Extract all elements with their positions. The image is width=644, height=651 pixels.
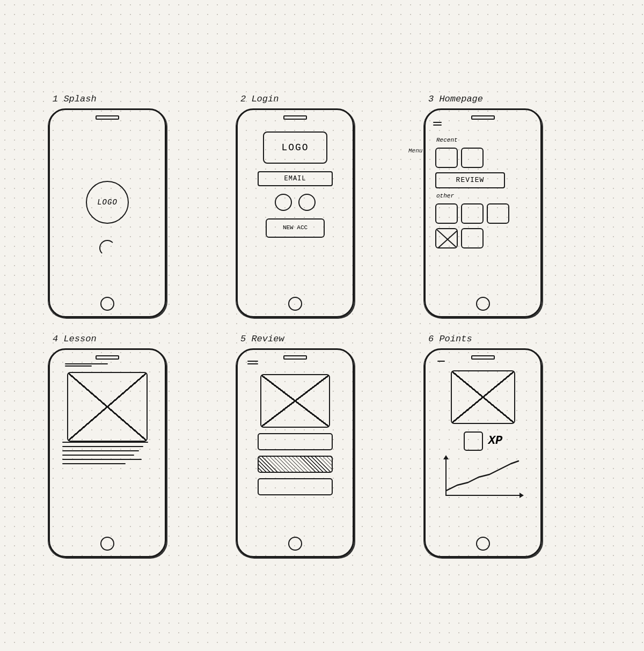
review-header-line-1	[247, 361, 258, 362]
points-header	[437, 361, 445, 362]
other-item-2[interactable]	[461, 203, 484, 224]
chart-x-axis	[445, 495, 521, 496]
text-line-3	[62, 450, 139, 451]
screen-splash: 1 Splash LOGO	[48, 94, 220, 318]
review-content	[247, 369, 343, 495]
lesson-image-placeholder	[67, 372, 148, 442]
menu-label: Menu	[408, 148, 422, 154]
hline-2	[433, 125, 442, 126]
recent-row	[435, 148, 531, 168]
email-field[interactable]: EMAIL	[258, 171, 333, 186]
text-line-6	[62, 463, 126, 464]
xp-icon-box	[464, 431, 483, 451]
other-label: other	[436, 193, 531, 199]
progress-chart	[445, 458, 521, 496]
review-rect-2-hatched[interactable]	[258, 456, 333, 473]
social-icon-1[interactable]	[275, 194, 292, 211]
recent-item-1[interactable]	[435, 148, 458, 168]
loading-arc-icon	[99, 240, 115, 256]
review-header-line-2	[247, 363, 258, 364]
text-line-5	[62, 459, 142, 460]
x-axis-arrow	[519, 493, 524, 498]
other-item-1[interactable]	[435, 203, 458, 224]
lesson-title-line	[65, 363, 108, 364]
review-rect-3[interactable]	[258, 478, 333, 495]
lesson-label: 4 Lesson	[53, 334, 97, 344]
review-button[interactable]: REVIEW	[435, 172, 505, 188]
wireframe-grid: 1 Splash LOGO 2 Login LOGO EMAIL NEW ACC	[27, 72, 617, 579]
splash-phone: LOGO	[48, 108, 166, 318]
screen-points: 6 Points XP	[424, 334, 596, 558]
screen-login: 2 Login LOGO EMAIL NEW ACC	[236, 94, 408, 318]
xp-row: XP	[464, 431, 502, 451]
screen-homepage: 3 Homepage Menu Recent REVIEW other	[424, 94, 596, 318]
social-icon-2[interactable]	[298, 194, 316, 211]
screen-lesson: 4 Lesson	[48, 334, 220, 558]
text-line-4	[62, 455, 134, 456]
hamburger-icon[interactable]	[433, 122, 442, 126]
recent-item-2[interactable]	[461, 148, 484, 168]
homepage-content: Recent REVIEW other	[435, 121, 531, 248]
splash-label: 1 Splash	[53, 94, 97, 104]
homepage-label: 3 Homepage	[428, 94, 483, 104]
other-item-4[interactable]	[435, 228, 458, 248]
lesson-subtitle-line	[65, 365, 92, 367]
lesson-header	[60, 361, 155, 367]
points-label: 6 Points	[428, 334, 472, 344]
svg-line-1	[436, 229, 458, 248]
review-label: 5 Review	[240, 334, 284, 344]
lesson-text-lines	[60, 442, 155, 464]
splash-logo: LOGO	[86, 181, 129, 224]
placeholder-x-icon	[436, 229, 458, 248]
review-phone	[236, 348, 354, 558]
login-content: LOGO EMAIL NEW ACC	[247, 121, 343, 238]
points-content: XP	[435, 365, 531, 496]
text-line-1	[62, 442, 148, 443]
points-header-line	[437, 361, 445, 362]
text-line-2	[62, 446, 143, 447]
other-row-1	[435, 203, 531, 224]
review-rect-1[interactable]	[258, 433, 333, 450]
recent-label: Recent	[436, 137, 531, 143]
social-icons-row	[275, 194, 316, 211]
points-image-placeholder	[451, 370, 515, 424]
other-row-2	[435, 228, 531, 248]
review-header	[247, 361, 343, 364]
lesson-phone	[48, 348, 166, 558]
new-account-button[interactable]: NEW ACC	[266, 218, 325, 238]
other-item-5[interactable]	[461, 228, 484, 248]
splash-content: LOGO	[86, 121, 129, 300]
login-phone: LOGO EMAIL NEW ACC	[236, 108, 354, 318]
other-item-3[interactable]	[487, 203, 509, 224]
points-phone: XP	[424, 348, 542, 558]
homepage-phone: Menu Recent REVIEW other	[424, 108, 542, 318]
svg-line-0	[436, 229, 458, 248]
screen-review: 5 Review	[236, 334, 408, 558]
hline-1	[433, 122, 442, 123]
login-label: 2 Login	[240, 94, 279, 104]
review-image-placeholder	[260, 374, 330, 428]
login-logo: LOGO	[263, 131, 327, 164]
chart-line-svg	[447, 458, 519, 495]
xp-label: XP	[488, 434, 502, 448]
